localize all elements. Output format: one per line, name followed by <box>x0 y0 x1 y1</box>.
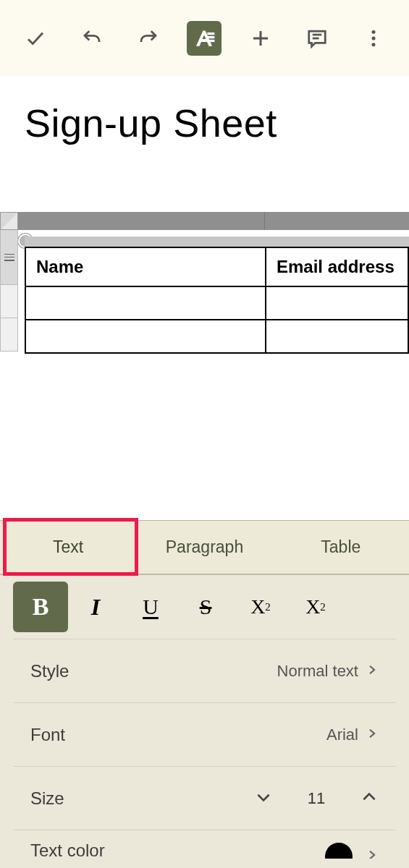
table-cell[interactable] <box>266 320 408 353</box>
svg-rect-0 <box>208 33 214 34</box>
size-row: Size 11 <box>13 766 396 830</box>
table-cell[interactable] <box>25 286 266 320</box>
document-table[interactable]: Name Email address <box>25 247 409 354</box>
chevron-right-icon <box>366 848 379 859</box>
table-header-cell[interactable]: Name <box>25 247 266 286</box>
font-row[interactable]: Font Arial <box>13 702 396 766</box>
style-value-group: Normal text <box>277 662 379 681</box>
superscript-button[interactable]: X2 <box>233 582 288 632</box>
bold-button[interactable]: B <box>13 582 68 632</box>
format-tabs: Text Paragraph Table <box>0 521 409 575</box>
chevron-right-icon <box>366 726 379 744</box>
tab-text[interactable]: Text <box>0 537 136 557</box>
undo-button[interactable] <box>75 21 109 56</box>
size-label: Size <box>30 788 64 809</box>
more-button[interactable] <box>356 21 391 56</box>
svg-point-8 <box>371 36 375 40</box>
underline-button[interactable]: U <box>123 582 178 632</box>
style-label: Style <box>30 661 69 681</box>
text-color-label: Text color <box>30 841 105 859</box>
style-row[interactable]: Style Normal text <box>13 639 396 702</box>
table-row[interactable] <box>25 320 408 353</box>
chevron-right-icon <box>366 662 379 681</box>
svg-point-9 <box>371 43 375 46</box>
tab-paragraph[interactable]: Paragraph <box>136 537 272 557</box>
font-value-group: Arial <box>326 726 379 744</box>
column-ruler[interactable] <box>18 212 409 230</box>
svg-rect-2 <box>208 40 214 41</box>
top-toolbar <box>0 0 409 76</box>
table-header-cell[interactable]: Email address <box>266 247 408 286</box>
table-header-row[interactable]: Name Email address <box>25 247 408 286</box>
done-button[interactable] <box>18 21 53 56</box>
col-handle-2[interactable] <box>264 212 409 230</box>
size-increase-button[interactable] <box>360 788 379 809</box>
text-color-row[interactable]: Text color <box>13 830 396 859</box>
text-style-buttons: B I U S X2 X2 <box>0 575 409 639</box>
row-handle-1[interactable] <box>0 285 18 318</box>
table-select-all-handle[interactable] <box>0 212 18 230</box>
row-handle-header[interactable] <box>0 230 18 285</box>
redo-button[interactable] <box>131 21 166 56</box>
row-handles <box>0 230 18 352</box>
svg-point-7 <box>371 30 375 33</box>
document-title[interactable]: Sign-up Sheet <box>25 101 277 145</box>
strikethrough-button[interactable]: S <box>178 582 233 632</box>
style-value: Normal text <box>277 662 358 681</box>
tab-table[interactable]: Table <box>273 537 409 557</box>
svg-rect-1 <box>208 36 214 38</box>
font-value: Arial <box>326 726 358 744</box>
italic-button[interactable]: I <box>68 582 123 632</box>
subscript-button[interactable]: X2 <box>288 582 343 632</box>
text-format-button[interactable] <box>187 21 222 56</box>
row-handle-2[interactable] <box>0 318 18 352</box>
table-cell[interactable] <box>25 320 266 353</box>
text-color-swatch <box>325 843 353 859</box>
table-row[interactable] <box>25 286 408 320</box>
size-decrease-button[interactable] <box>254 788 273 809</box>
size-value: 11 <box>302 789 331 808</box>
col-handle-1[interactable] <box>18 212 264 230</box>
comment-button[interactable] <box>300 21 334 56</box>
drag-lines-icon <box>4 254 14 261</box>
size-stepper: 11 <box>254 788 379 809</box>
table-cell[interactable] <box>266 286 408 320</box>
format-panel: Text Paragraph Table B I U S X2 X2 Style… <box>0 520 409 868</box>
table-top-border <box>25 237 409 247</box>
insert-button[interactable] <box>243 21 278 56</box>
font-label: Font <box>30 725 65 745</box>
